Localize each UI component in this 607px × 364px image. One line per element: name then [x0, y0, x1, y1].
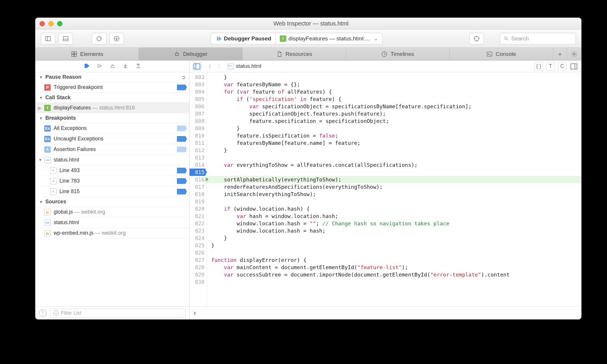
- tab-resources[interactable]: Resources: [243, 48, 346, 60]
- tab-elements[interactable]: Elements: [35, 48, 139, 60]
- source-item[interactable]: js wp-embed.min.js — webkit.org: [35, 228, 189, 238]
- toggle-details-sidebar-button[interactable]: [570, 62, 578, 71]
- svg-line-23: [175, 55, 176, 56]
- location-pill[interactable]: f displayFeatures — status.html:… ⌄: [275, 33, 383, 44]
- warnings-icon[interactable]: !: [39, 309, 47, 317]
- nav-back-button[interactable]: 〈: [204, 62, 213, 71]
- minimize-icon[interactable]: [48, 21, 54, 26]
- pretty-print-button[interactable]: { }: [534, 62, 543, 71]
- debugger-icon: [174, 51, 180, 57]
- breakpoint-line[interactable]: ≡ Line 493: [35, 165, 189, 176]
- breadcrumb[interactable]: <> status.html: [228, 63, 261, 69]
- elements-icon: [71, 51, 77, 57]
- line-icon: ≡: [50, 188, 57, 195]
- svg-rect-17: [71, 54, 74, 56]
- type-profile-button[interactable]: T: [546, 62, 555, 71]
- filter-icon: –: [53, 310, 59, 316]
- inspect-element-button[interactable]: [469, 33, 484, 44]
- plus-icon: ＋: [557, 50, 563, 58]
- pause-icon: [215, 35, 221, 42]
- current-frame-icon: ▶: [38, 105, 42, 111]
- zoom-icon[interactable]: [57, 21, 62, 26]
- exception-icon: Ex: [44, 136, 51, 142]
- settings-button[interactable]: [567, 48, 581, 60]
- breakpoint-tag-icon[interactable]: [177, 147, 187, 152]
- breakpoint-assertion-failures[interactable]: A Assertion Failures: [35, 144, 189, 155]
- sidebar-footer: ! – Filter List: [35, 306, 189, 319]
- console-prompt-bar[interactable]: ›: [190, 306, 581, 319]
- step-into-button[interactable]: [109, 63, 116, 70]
- titlebar: Web Inspector — status.html: [35, 18, 581, 30]
- breakpoint-line[interactable]: ≡ Line 783: [35, 176, 189, 186]
- breakpoint-uncaught-exceptions[interactable]: Ex Uncaught Exceptions: [35, 134, 189, 144]
- reload-button[interactable]: [92, 33, 106, 44]
- line-gutter[interactable]: 8028038048058068078088098108118128138148…: [190, 72, 207, 306]
- download-button[interactable]: [109, 33, 124, 44]
- source-item[interactable]: <> status.html: [35, 217, 189, 228]
- resources-icon: [276, 51, 283, 57]
- disclosure-icon: ▼: [38, 158, 42, 162]
- sidebar-toggle-bottom-button[interactable]: [58, 33, 73, 44]
- source-content: 〈 〉 <> status.html { } T C 8028038048058…: [190, 61, 581, 319]
- disclosure-icon: ▼: [39, 116, 43, 121]
- console-icon: [486, 51, 493, 57]
- js-file-icon: js: [44, 230, 51, 236]
- step-in-button[interactable]: [122, 63, 129, 70]
- breakpoint-tag-icon[interactable]: [177, 189, 187, 195]
- debugger-status-label: Debugger Paused: [224, 35, 271, 42]
- sources-header[interactable]: ▼ Sources: [35, 197, 189, 207]
- svg-marker-29: [84, 63, 89, 68]
- call-stack-header[interactable]: ▼ Call Stack: [35, 93, 189, 103]
- breakpoint-tag-icon[interactable]: [177, 126, 187, 131]
- svg-rect-18: [74, 54, 76, 56]
- filter-input[interactable]: – Filter List: [50, 309, 186, 317]
- resume-button[interactable]: [83, 63, 90, 70]
- step-over-button[interactable]: [96, 63, 103, 70]
- code-editor[interactable]: 8028038048058068078088098108118128138148…: [190, 72, 581, 306]
- close-icon[interactable]: [40, 21, 45, 26]
- pause-badge-icon: P: [44, 84, 51, 91]
- gear-icon: [571, 51, 577, 57]
- breakpoint-tag-icon[interactable]: [177, 168, 187, 174]
- tab-timelines[interactable]: Timelines: [346, 48, 449, 60]
- disclosure-icon: ▼: [39, 95, 43, 100]
- sidebar-toggle-left-button[interactable]: [41, 33, 55, 44]
- pause-reason-item[interactable]: P Triggered Breakpoint: [35, 82, 189, 93]
- code-body[interactable]: } var featuresByName = {}; for (var feat…: [207, 72, 581, 306]
- tab-debugger[interactable]: Debugger: [139, 48, 242, 60]
- tab-console[interactable]: Console: [450, 48, 553, 60]
- source-file-icon: <>: [228, 63, 233, 69]
- code-coverage-button[interactable]: C: [558, 62, 567, 71]
- breakpoint-file[interactable]: ▼ <> status.html: [35, 155, 189, 165]
- new-tab-button[interactable]: ＋: [553, 48, 567, 60]
- toggle-sidebar-button[interactable]: [192, 62, 201, 71]
- svg-line-14: [507, 39, 508, 40]
- disclosure-icon: ▼: [39, 200, 43, 204]
- svg-line-21: [175, 53, 176, 54]
- assertion-icon: A: [44, 146, 51, 153]
- source-item[interactable]: js global.js — webkit.org: [35, 207, 189, 217]
- breakpoint-all-exceptions[interactable]: Ex All Exceptions: [35, 123, 189, 134]
- breakpoint-tag-icon[interactable]: [177, 178, 187, 184]
- svg-point-19: [175, 53, 178, 56]
- tab-strip: Elements Debugger Resources Timelines Co…: [35, 48, 581, 61]
- breakpoints-header[interactable]: ▼ Breakpoints: [35, 113, 189, 123]
- chevron-down-icon: ⌄: [374, 35, 378, 42]
- breakpoint-tag-icon[interactable]: [177, 136, 187, 142]
- source-file-icon: <>: [44, 219, 51, 226]
- nav-forward-button[interactable]: 〉: [216, 62, 225, 71]
- breakpoint-tag-icon: [177, 85, 187, 90]
- pause-reason-header[interactable]: ▼ Pause Reason ➲: [35, 72, 189, 82]
- goto-icon[interactable]: ➲: [181, 74, 186, 80]
- line-icon: ≡: [50, 178, 57, 184]
- breakpoint-line[interactable]: ≡ Line 815: [35, 186, 189, 197]
- console-prompt-icon: ›: [194, 309, 196, 317]
- call-stack-frame[interactable]: ▶ f displayFeatures — status.html:816: [35, 103, 189, 113]
- svg-point-13: [504, 37, 507, 40]
- svg-line-24: [178, 55, 179, 56]
- search-field[interactable]: Search: [500, 33, 576, 44]
- step-out-button[interactable]: [135, 63, 141, 70]
- search-icon: [504, 36, 509, 41]
- debugger-status-pill[interactable]: Debugger Paused: [211, 33, 275, 44]
- svg-rect-15: [71, 51, 74, 54]
